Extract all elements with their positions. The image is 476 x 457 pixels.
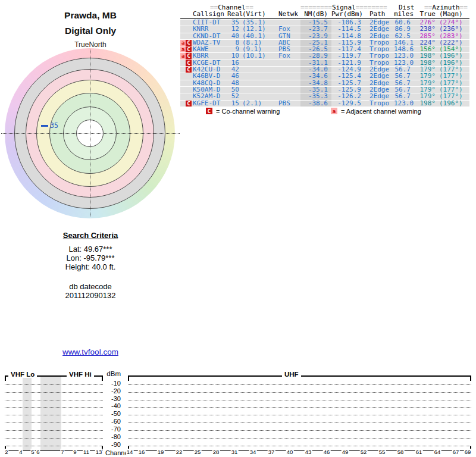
co-channel-warning-badge bbox=[186, 73, 192, 79]
network-cell: PBS bbox=[275, 101, 300, 107]
dbm-tick-label: -10 bbox=[111, 380, 121, 387]
tvfool-report: Prawda, MB Digital Only TrueNorth N 35 =… bbox=[0, 0, 476, 457]
dbm-tick-label: -70 bbox=[111, 425, 121, 433]
warning-legend: C = Co-channel warning a = Adjacent chan… bbox=[180, 108, 472, 115]
dbm-tick-label: -20 bbox=[111, 387, 121, 395]
channel-tick-label: 58 bbox=[397, 449, 405, 455]
adjacent-channel-warning-badge bbox=[180, 93, 186, 99]
db-datecode-value: 201112090132 bbox=[31, 292, 150, 301]
vhf-spectrum-panel bbox=[5, 375, 103, 451]
channel-tick-label: 64 bbox=[434, 449, 441, 455]
channel-tick-label: 19 bbox=[157, 449, 165, 455]
tvfool-link[interactable]: www.tvfool.com bbox=[62, 348, 118, 356]
col-true: True bbox=[411, 11, 436, 18]
virtual-channel-cell bbox=[239, 80, 275, 86]
virtual-channel-cell bbox=[239, 87, 275, 93]
dbm-gridline bbox=[5, 446, 103, 446]
channel-axis: 2456791113141619222528313437404346495255… bbox=[0, 447, 476, 456]
network-cell bbox=[275, 87, 300, 93]
col-pwr: Pwr(dBm) bbox=[331, 11, 362, 18]
adjacent-channel-warning-badge: a bbox=[180, 40, 186, 46]
dbm-gridline bbox=[128, 415, 471, 415]
dbm-gridline bbox=[5, 400, 103, 400]
dbm-tick-label: -40 bbox=[111, 402, 121, 409]
path-cell: Tropo bbox=[362, 101, 394, 107]
channel-tick-label: 67 bbox=[452, 449, 460, 455]
channel-tick-label: 6 bbox=[36, 449, 40, 455]
callsign-cell: KGFE-DT bbox=[192, 101, 227, 107]
dbm-gridline bbox=[5, 407, 103, 408]
search-criteria-title: Search Criteria bbox=[31, 231, 150, 240]
table-column-header: Callsign Real (Virt) Netwk NM(dB) Pwr(dB… bbox=[180, 11, 469, 19]
adjacent-channel-warning-badge: a bbox=[180, 46, 186, 52]
table-row: C KGFE-DT 15 (2.1) PBS -38.6 -129.5 Trop… bbox=[180, 101, 469, 107]
col-nm: NM(dB) bbox=[300, 11, 331, 18]
co-channel-warning-badge bbox=[186, 87, 192, 93]
channel-tick-label: 31 bbox=[231, 449, 239, 455]
radar-crosshair-horizontal bbox=[1, 133, 180, 134]
channel-tick-label: 16 bbox=[138, 449, 146, 455]
dbm-tick-label: -30 bbox=[111, 395, 121, 402]
power-cell: -129.5 bbox=[331, 101, 362, 107]
panel-corner bbox=[128, 377, 129, 381]
location-title: Prawda, MB bbox=[31, 10, 150, 21]
longitude-value: Lon: -95.79*** bbox=[31, 254, 150, 263]
dbm-gridline bbox=[5, 430, 103, 431]
channel-tick-label: 13 bbox=[95, 449, 103, 455]
dbm-gridline bbox=[128, 384, 471, 385]
channel-tick-label: 61 bbox=[415, 449, 423, 455]
dbm-axis: -10-20-30-40-50-60-70-80-90 bbox=[103, 375, 121, 451]
adjacent-channel-warning-badge bbox=[180, 26, 186, 32]
search-criteria: Search Criteria Lat: 49.67*** Lon: -95.7… bbox=[31, 231, 150, 301]
virtual-channel-cell: (10.1) bbox=[239, 53, 275, 59]
network-cell bbox=[275, 67, 300, 73]
dbm-gridline bbox=[128, 392, 471, 393]
dbm-gridline bbox=[128, 400, 471, 400]
channel-tick-label: 69 bbox=[464, 449, 472, 455]
channel-tick-label: 25 bbox=[194, 449, 202, 455]
dbm-gridline bbox=[128, 446, 471, 446]
channel-tick-label: 49 bbox=[342, 449, 349, 455]
virtual-channel-cell bbox=[239, 73, 275, 79]
co-channel-warning-badge bbox=[186, 33, 192, 39]
real-channel-cell: 15 bbox=[227, 101, 239, 107]
co-channel-warning-badge: C bbox=[186, 40, 192, 46]
azimuth-radar-chart: 35 bbox=[5, 48, 175, 218]
uhf-spectrum-panel bbox=[128, 375, 471, 451]
dbm-gridline bbox=[128, 430, 471, 431]
azimuth-true-cell: 198° bbox=[411, 101, 436, 107]
adjacent-channel-warning-badge bbox=[180, 80, 186, 86]
channel-tick-label: 28 bbox=[212, 449, 220, 455]
channel-tick-label: 37 bbox=[268, 449, 275, 455]
co-channel-legend-text: = Co-channel warning bbox=[216, 108, 280, 115]
dbm-gridline bbox=[128, 438, 471, 439]
co-channel-warning-badge bbox=[186, 20, 192, 26]
co-channel-warning-badge: C bbox=[186, 67, 192, 73]
channel-tick-label: 55 bbox=[378, 449, 386, 455]
dist-group-header: Dist bbox=[399, 5, 415, 11]
panel-corner bbox=[5, 377, 6, 381]
channel-tick-label: 2 bbox=[4, 449, 8, 455]
channel-tick-label: 9 bbox=[73, 449, 77, 455]
adjacent-channel-warning-badge bbox=[180, 20, 186, 26]
dbm-tick-label: -50 bbox=[111, 410, 121, 417]
channel-group-header: ==Channel== bbox=[210, 5, 253, 11]
noise-margin-cell: -38.6 bbox=[300, 101, 331, 107]
virtual-channel-cell bbox=[239, 67, 275, 73]
vhf-lo-label: VHF Lo bbox=[8, 371, 37, 378]
channel-tick-label: 40 bbox=[286, 449, 294, 455]
channel-tick-label: 52 bbox=[360, 449, 368, 455]
adjacent-channel-warning-badge bbox=[180, 87, 186, 93]
signal-group-header: ========Signal======== bbox=[300, 5, 387, 11]
dbm-gridline bbox=[5, 384, 103, 385]
co-channel-warning-badge: C bbox=[186, 60, 192, 66]
report-mode-title: Digital Only bbox=[31, 26, 150, 36]
adjacent-channel-warning-badge bbox=[180, 60, 186, 66]
dbm-gridline bbox=[5, 392, 103, 393]
true-north-label: TrueNorth bbox=[31, 40, 150, 49]
col-netwk: Netwk bbox=[275, 11, 300, 18]
co-channel-warning-badge bbox=[186, 93, 192, 99]
adjacent-channel-warning-badge bbox=[180, 73, 186, 79]
db-datecode-label: db datecode bbox=[31, 283, 150, 292]
adjacent-channel-warning-badge: a bbox=[180, 53, 186, 59]
